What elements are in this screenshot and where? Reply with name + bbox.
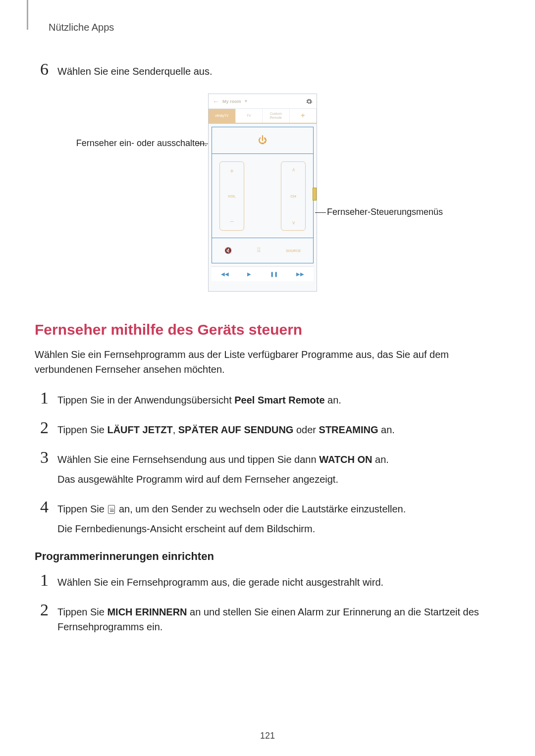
callout-right-line [315, 212, 326, 213]
mockup-header: ← My room ▼ [209, 94, 317, 109]
step-text: Tippen Sie MICH ERINNERN an und stellen … [57, 605, 500, 634]
step-6: 6 Wählen Sie eine Senderquelle aus. [35, 61, 500, 79]
callout-menus-label: Fernseher-Steuerungsmenüs [327, 207, 443, 217]
side-rule [27, 0, 28, 30]
power-icon: ⏻ [258, 135, 267, 146]
dropdown-icon: ▼ [244, 99, 248, 103]
breadcrumb: Nützliche Apps [49, 22, 500, 33]
step-text: Wählen Sie eine Fernsehsendung aus und t… [57, 452, 500, 467]
mockup-tabs: xfinityTV TV Custom Remote + [209, 109, 317, 124]
vol-label: VOL [228, 194, 236, 199]
vol-down-icon: − [230, 217, 234, 225]
step-3: 3 Wählen Sie eine Fernsehsendung aus und… [35, 449, 500, 487]
step-number: 6 [35, 61, 49, 78]
back-icon: ← [213, 98, 219, 105]
ch-down-icon: ∨ [292, 220, 295, 225]
intro-paragraph: Wählen Sie ein Fernsehprogramm aus der L… [35, 347, 500, 377]
ch-label: CH [290, 194, 296, 199]
remote-mockup: ← My room ▼ xfinityTV TV Custom Remote +… [208, 94, 317, 292]
channel-rocker: ∧ CH ∨ [281, 161, 306, 231]
tab-custom: Custom Remote [263, 109, 290, 123]
step-text: Tippen Sie an, um den Sender zu wechseln… [57, 502, 500, 516]
step-subtext: Das ausgewählte Programm wird auf dem Fe… [57, 472, 500, 487]
step-number: 2 [35, 419, 49, 436]
side-marker [313, 188, 317, 201]
media-row: ◀◀ ▶ ❚❚ ▶▶ [212, 266, 314, 281]
tab-xfinity: xfinityTV [209, 109, 236, 123]
figure-area: Fernseher ein- oder ausschalten. ← My ro… [35, 94, 500, 302]
step-number: 2 [35, 602, 49, 618]
section-heading: Fernseher mithilfe des Geräts steuern [35, 321, 500, 338]
step-1: 1 Tippen Sie in der Anwendungsübersicht … [35, 390, 500, 407]
step-number: 1 [35, 390, 49, 406]
step-number: 4 [35, 499, 49, 515]
step-text: Wählen Sie ein Fernsehprogramm aus, die … [57, 575, 500, 590]
callout-power-label: Fernseher ein- oder ausschalten. [58, 138, 207, 149]
vol-up-icon: + [230, 167, 234, 175]
play-icon: ▶ [247, 271, 251, 277]
ch-up-icon: ∧ [292, 167, 295, 172]
remote-icon [108, 505, 115, 514]
keypad-icon: ⠿ [257, 247, 262, 254]
step-text: Tippen Sie in der Anwendungsübersicht Pe… [57, 393, 500, 407]
reminder-step-1: 1 Wählen Sie ein Fernsehprogramm aus, di… [35, 572, 500, 590]
page-number: 121 [0, 731, 535, 741]
step-number: 1 [35, 572, 49, 589]
mute-icon: 🔇 [224, 247, 232, 254]
room-label: My room [222, 99, 241, 104]
step-text: Wählen Sie eine Senderquelle aus. [57, 64, 500, 79]
subsection-heading: Programmerinnerungen einrichten [35, 550, 500, 563]
mockup-control-frame: ⏻ + VOL − ∧ CH ∨ 🔇 [212, 127, 314, 263]
page-content: Nützliche Apps 6 Wählen Sie eine Senderq… [0, 0, 535, 634]
power-row: ⏻ [212, 127, 313, 154]
tab-add: + [290, 109, 317, 123]
step-text: Tippen Sie LÄUFT JETZT, SPÄTER AUF SENDU… [57, 422, 500, 437]
reminder-step-2: 2 Tippen Sie MICH ERINNERN an und stelle… [35, 602, 500, 634]
bottom-row: 🔇 ⠿ SOURCE [212, 238, 313, 263]
volume-rocker: + VOL − [219, 161, 244, 231]
rewind-icon: ◀◀ [221, 271, 229, 277]
gear-icon [306, 98, 313, 105]
step-4: 4 Tippen Sie an, um den Sender zu wechse… [35, 499, 500, 536]
step-subtext: Die Fernbedienungs-Ansicht erscheint auf… [57, 521, 500, 536]
vol-ch-row: + VOL − ∧ CH ∨ [212, 154, 313, 238]
step-2: 2 Tippen Sie LÄUFT JETZT, SPÄTER AUF SEN… [35, 419, 500, 437]
forward-icon: ▶▶ [296, 271, 304, 277]
pause-icon: ❚❚ [270, 271, 278, 277]
source-label: SOURCE [286, 249, 301, 252]
step-number: 3 [35, 449, 49, 466]
tab-tv: TV [236, 109, 263, 123]
